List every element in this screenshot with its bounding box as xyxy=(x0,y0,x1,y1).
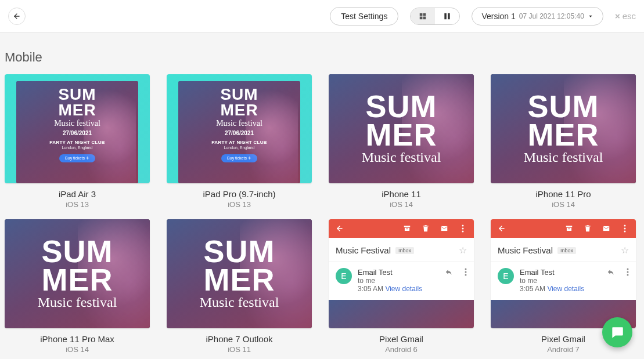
back-button[interactable] xyxy=(8,8,26,25)
silhouette-image xyxy=(240,219,312,328)
svg-point-18 xyxy=(465,271,467,273)
esc-label: esc xyxy=(623,11,636,21)
reply-icon[interactable] xyxy=(607,268,615,276)
device-card[interactable]: SUMMER Music festival iPhone 7 OutlookiO… xyxy=(167,219,312,354)
trash-icon[interactable] xyxy=(582,224,593,233)
archive-icon[interactable] xyxy=(564,224,574,233)
svg-rect-22 xyxy=(568,229,570,229)
gmail-body-preview xyxy=(329,300,474,328)
grid-view-button[interactable] xyxy=(411,8,435,24)
gmail-subject-row: Music Festival Inbox ☆ xyxy=(491,238,636,262)
svg-rect-3 xyxy=(420,16,423,19)
svg-marker-7 xyxy=(589,15,592,17)
device-name: iPad Pro (9.7-inch) xyxy=(203,189,275,199)
caret-down-icon xyxy=(588,13,593,19)
gmail-sender: Email Test xyxy=(358,268,439,277)
view-toggle xyxy=(410,8,460,25)
device-thumbnail: SUMMER Music festival xyxy=(167,219,312,328)
star-icon[interactable]: ☆ xyxy=(621,245,629,256)
poster: SUMMER Music festival xyxy=(329,74,474,183)
device-name: Pixel Gmail xyxy=(541,334,585,344)
view-details-link[interactable]: View details xyxy=(547,285,584,293)
device-name: iPad Air 3 xyxy=(59,189,96,199)
gmail-sender-row: E Email Test to me 3:05 AM View details xyxy=(491,262,636,298)
reply-icon[interactable] xyxy=(445,268,453,276)
svg-point-15 xyxy=(462,228,464,230)
trash-icon[interactable] xyxy=(420,224,431,233)
device-thumbnail: SUMMER Music festival xyxy=(491,74,636,183)
device-card[interactable]: SUMMER Music festival 27/06/2021 PARTY A… xyxy=(167,74,312,209)
poster: SUMMER Music festival xyxy=(491,74,636,183)
device-card[interactable]: SUMMER Music festival iPhone 11 Pro Maxi… xyxy=(5,219,150,354)
version-dropdown[interactable]: Version 1 07 Jul 2021 12:05:40 xyxy=(472,7,603,26)
device-os: iOS 14 xyxy=(66,345,89,354)
device-os: Android 6 xyxy=(385,345,418,354)
device-os: iOS 14 xyxy=(552,200,575,209)
gmail-subject: Music Festival xyxy=(498,245,553,255)
svg-rect-1 xyxy=(420,13,423,16)
section-title: Mobile xyxy=(0,32,644,74)
device-card[interactable]: SUMMER Music festival iPhone 11iOS 14 xyxy=(329,74,474,209)
help-chat-button[interactable] xyxy=(602,317,632,347)
poster: SUMMER Music festival xyxy=(5,219,150,328)
esc-close-button[interactable]: × esc xyxy=(615,11,636,21)
svg-rect-12 xyxy=(424,225,427,226)
device-os: iOS 14 xyxy=(390,200,413,209)
gmail-to: to me xyxy=(358,277,439,285)
device-thumbnail: SUMMER Music festival 27/06/2021 PARTY A… xyxy=(167,74,312,183)
mail-icon[interactable] xyxy=(439,224,449,233)
svg-rect-25 xyxy=(603,226,610,231)
version-name: Version 1 xyxy=(481,12,515,21)
device-card[interactable]: SUMMER Music festival iPhone 11 ProiOS 1… xyxy=(491,74,636,209)
svg-point-28 xyxy=(624,231,626,233)
split-icon xyxy=(443,12,451,20)
svg-rect-24 xyxy=(587,225,589,226)
svg-point-31 xyxy=(627,274,629,276)
gmail-subject: Music Festival xyxy=(336,245,391,255)
svg-point-26 xyxy=(624,225,626,227)
more-icon[interactable] xyxy=(620,224,630,233)
svg-rect-5 xyxy=(445,13,447,19)
svg-rect-10 xyxy=(406,229,408,229)
test-settings-button[interactable]: Test Settings xyxy=(330,7,398,26)
row-more-icon[interactable] xyxy=(465,268,467,276)
chat-icon xyxy=(610,325,625,340)
poster: SUMMER Music festival 27/06/2021 PARTY A… xyxy=(178,81,300,183)
device-os: iOS 13 xyxy=(66,200,89,209)
device-card[interactable]: Music Festival Inbox ☆ E Email Test to m… xyxy=(329,219,474,354)
compare-view-button[interactable] xyxy=(435,8,459,24)
grid-icon xyxy=(419,12,427,20)
gmail-toolbar xyxy=(491,219,636,238)
svg-rect-21 xyxy=(566,226,573,227)
svg-point-17 xyxy=(465,269,467,270)
gmail-back-icon[interactable] xyxy=(497,224,507,233)
row-more-icon[interactable] xyxy=(627,268,629,276)
star-icon[interactable]: ☆ xyxy=(459,245,467,256)
device-os: Android 7 xyxy=(547,345,580,354)
inbox-badge: Inbox xyxy=(395,247,414,254)
svg-rect-13 xyxy=(441,226,448,231)
archive-icon[interactable] xyxy=(402,224,412,233)
view-details-link[interactable]: View details xyxy=(385,285,422,293)
more-icon[interactable] xyxy=(458,224,468,233)
gmail-subject-row: Music Festival Inbox ☆ xyxy=(329,238,474,262)
svg-rect-11 xyxy=(423,226,428,226)
topbar: Test Settings Version 1 07 Jul 2021 12:0… xyxy=(0,0,644,32)
close-icon: × xyxy=(615,11,620,21)
svg-rect-4 xyxy=(423,16,426,19)
avatar: E xyxy=(336,268,352,284)
device-card[interactable]: SUMMER Music festival 27/06/2021 PARTY A… xyxy=(5,74,150,209)
version-date: 07 Jul 2021 12:05:40 xyxy=(519,12,584,20)
svg-point-14 xyxy=(462,225,464,227)
device-thumbnail: SUMMER Music festival xyxy=(5,219,150,328)
device-grid: SUMMER Music festival 27/06/2021 PARTY A… xyxy=(0,74,644,359)
gmail-back-icon[interactable] xyxy=(334,224,345,233)
gmail-toolbar xyxy=(329,219,474,238)
poster: SUMMER Music festival 27/06/2021 PARTY A… xyxy=(16,81,138,183)
device-os: iOS 13 xyxy=(228,200,251,209)
svg-rect-23 xyxy=(585,226,590,226)
svg-point-29 xyxy=(627,269,629,270)
svg-rect-2 xyxy=(423,13,426,16)
mail-icon[interactable] xyxy=(601,224,611,233)
svg-rect-6 xyxy=(448,13,451,19)
